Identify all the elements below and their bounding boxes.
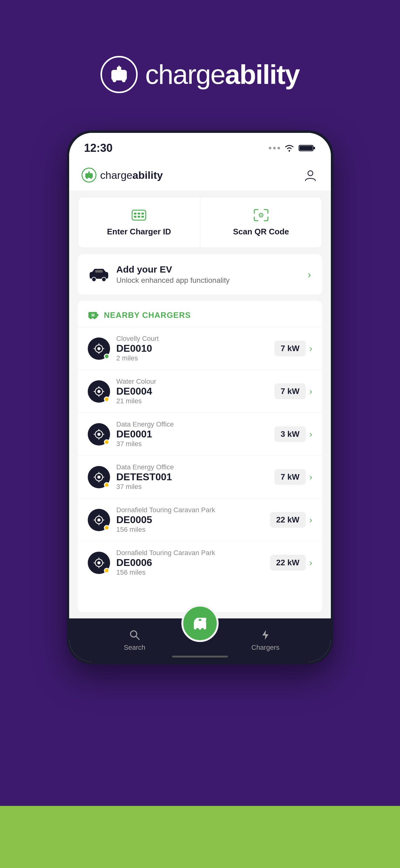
- svg-rect-19: [134, 216, 136, 218]
- scan-qr-code-label: Scan QR Code: [233, 227, 289, 237]
- svg-point-34: [97, 347, 100, 350]
- charger-location: Clovelly Court: [116, 335, 268, 343]
- charger-chevron-icon: ›: [309, 344, 312, 353]
- status-time: 12:30: [84, 142, 112, 155]
- svg-point-77: [196, 628, 199, 631]
- charger-icon-wrap: [88, 466, 110, 488]
- charger-list-item[interactable]: Water Colour DE0004 21 miles 7 kW ›: [78, 370, 322, 412]
- charger-list-item[interactable]: Data Energy Office DE0001 37 miles 3 kW …: [78, 412, 322, 456]
- power-badge: 22 kW: [270, 555, 306, 570]
- charger-id: DE0006: [116, 557, 264, 568]
- bottom-nav: Search Chargers: [69, 618, 331, 662]
- charger-list-item[interactable]: Data Energy Office DETEST001 37 miles 7 …: [78, 456, 322, 498]
- svg-point-30: [90, 317, 92, 319]
- svg-rect-17: [138, 213, 140, 215]
- charger-right: 7 kW ›: [274, 383, 312, 399]
- add-ev-text: Add your EV Unlock enhanced app function…: [116, 264, 300, 285]
- top-logo-icon: [100, 56, 138, 93]
- charger-distance: 21 miles: [116, 397, 268, 405]
- svg-point-31: [94, 317, 96, 319]
- enter-charger-id-label: Enter Charger ID: [107, 227, 171, 237]
- power-badge: 7 kW: [274, 341, 306, 356]
- charger-id: DE0001: [116, 428, 268, 440]
- phone-device: 12:30: [67, 130, 333, 664]
- power-badge: 7 kW: [274, 469, 306, 485]
- charger-status-dot: [104, 439, 109, 445]
- charger-icon-wrap: [88, 423, 110, 445]
- charger-info: Dornafield Touring Caravan Park DE0006 1…: [116, 549, 264, 577]
- scan-qr-code-button[interactable]: Scan QR Code: [200, 197, 322, 248]
- status-icons: [269, 144, 316, 152]
- charger-list-item[interactable]: Dornafield Touring Caravan Park DE0006 1…: [78, 541, 322, 584]
- charger-distance: 156 miles: [116, 568, 264, 577]
- add-ev-title: Add your EV: [116, 264, 300, 275]
- svg-rect-79: [199, 619, 201, 621]
- charger-info: Water Colour DE0004 21 miles: [116, 377, 268, 405]
- ev-car-icon: [89, 265, 109, 284]
- charger-list-item[interactable]: Dornafield Touring Caravan Park DE0005 1…: [78, 498, 322, 541]
- wifi-icon: [284, 144, 295, 152]
- charger-chevron-icon: ›: [309, 558, 312, 568]
- user-profile-button[interactable]: [302, 167, 319, 183]
- nav-search-label: Search: [124, 644, 145, 652]
- power-badge: 3 kW: [274, 426, 306, 442]
- add-ev-chevron-icon: ›: [308, 269, 311, 280]
- charger-status-dot: [104, 482, 109, 488]
- svg-point-2: [122, 79, 126, 82]
- charger-chevron-icon: ›: [309, 429, 312, 439]
- charger-location: Data Energy Office: [116, 463, 268, 471]
- nav-chargers-button[interactable]: Chargers: [200, 629, 331, 652]
- charger-icon-wrap: [88, 380, 110, 403]
- charger-id: DETEST001: [116, 471, 268, 483]
- svg-point-14: [308, 171, 313, 176]
- nearby-title: NEARBY CHARGERS: [104, 310, 191, 320]
- charger-info: Data Energy Office DETEST001 37 miles: [116, 463, 268, 491]
- nav-chargers-label: Chargers: [252, 644, 279, 652]
- nearby-header: NEARBY CHARGERS: [78, 301, 322, 327]
- charger-chevron-icon: ›: [309, 472, 312, 482]
- svg-rect-7: [300, 146, 312, 150]
- svg-point-62: [97, 519, 100, 522]
- charger-icon-wrap: [88, 509, 110, 531]
- svg-line-75: [136, 636, 139, 640]
- charger-distance: 37 miles: [116, 483, 268, 491]
- svg-point-11: [90, 177, 92, 179]
- svg-rect-8: [313, 147, 315, 149]
- svg-point-69: [97, 561, 100, 564]
- app-header: chargeability: [69, 160, 331, 191]
- charger-list-item[interactable]: Clovelly Court DE0010 2 miles 7 kW ›: [78, 327, 322, 370]
- charger-chevron-icon: ›: [309, 386, 312, 397]
- status-bar: 12:30: [69, 133, 331, 160]
- charger-info: Dornafield Touring Caravan Park DE0005 1…: [116, 506, 264, 534]
- svg-rect-27: [95, 270, 103, 273]
- app-logo: chargeability: [81, 168, 163, 183]
- charger-chevron-icon: ›: [309, 515, 312, 525]
- signal-dots-icon: [269, 147, 280, 149]
- charger-location: Water Colour: [116, 377, 268, 385]
- app-logo-text: chargeability: [100, 169, 163, 181]
- add-ev-card[interactable]: Add your EV Unlock enhanced app function…: [78, 254, 322, 294]
- charger-status-dot: [104, 568, 109, 574]
- charger-location: Dornafield Touring Caravan Park: [116, 506, 264, 514]
- top-logo-area: chargeability: [100, 56, 299, 93]
- green-bottom-strip: [0, 806, 400, 868]
- svg-rect-15: [132, 210, 146, 220]
- power-badge: 7 kW: [274, 383, 306, 399]
- charger-status-dot: [104, 353, 109, 359]
- nav-search-button[interactable]: Search: [69, 629, 200, 652]
- charger-status-dot: [104, 525, 109, 531]
- charger-right: 3 kW ›: [274, 426, 312, 442]
- enter-charger-id-button[interactable]: Enter Charger ID: [78, 197, 200, 248]
- svg-point-10: [86, 177, 88, 179]
- svg-point-23: [261, 215, 262, 216]
- charger-info: Data Energy Office DE0001 37 miles: [116, 420, 268, 448]
- charger-id: DE0004: [116, 385, 268, 397]
- charger-icon-wrap: [88, 337, 110, 360]
- charger-status-dot: [104, 397, 109, 402]
- app-logo-circle: [81, 168, 96, 183]
- svg-rect-13: [89, 171, 89, 172]
- svg-rect-16: [134, 213, 136, 215]
- svg-rect-29: [97, 314, 98, 316]
- charger-id: DE0005: [116, 514, 264, 526]
- nav-home-button[interactable]: [181, 605, 219, 642]
